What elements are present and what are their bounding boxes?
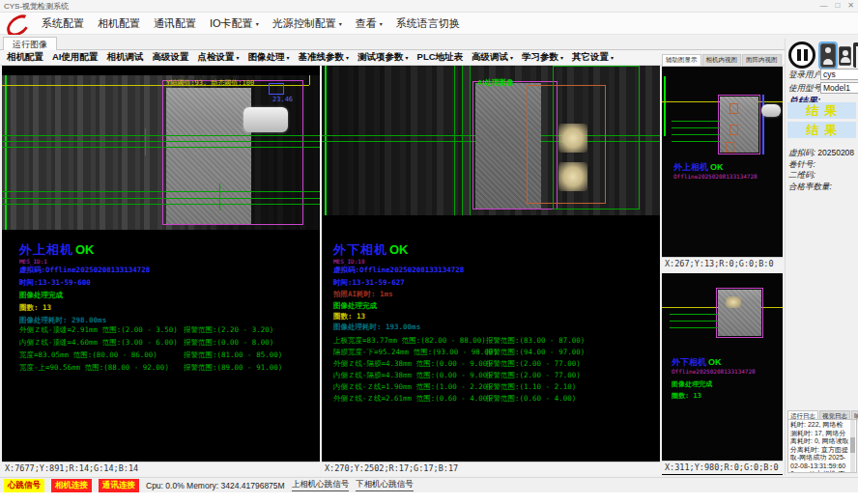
result-ok: OK	[710, 162, 724, 172]
maximize-icon[interactable]: □	[835, 1, 840, 11]
tool-label: 学习参数	[522, 51, 558, 64]
window-controls: — □ ✕	[819, 1, 854, 11]
measure-line	[2, 204, 320, 205]
aux-top-camera-image[interactable]: 外上相机OK Offline20250208133134728	[662, 67, 783, 257]
alarm-range: 报警范围:(0.60 - 4.00)	[486, 393, 576, 405]
model-label: 使用型号:	[788, 83, 823, 93]
pass-count-row: 合格率数量:	[788, 182, 858, 193]
qr-label: 二维码:	[788, 170, 815, 180]
chevron-down-icon: ▾	[287, 54, 290, 61]
tab-camera-inner-view[interactable]: 相机内视图	[702, 54, 742, 66]
close-icon[interactable]: ✕	[847, 1, 854, 11]
chevron-down-icon: ▾	[339, 20, 342, 27]
tool-spot-check[interactable]: 点检设置▾	[198, 51, 240, 64]
menu-io-card-config[interactable]: IO卡配置▾	[203, 14, 266, 34]
chevron-down-icon: ▾	[256, 20, 259, 27]
tool-test-item-params[interactable]: 测试项参数▾	[358, 51, 409, 64]
aux-bottom-camera-image[interactable]: 外下相机OK Offline20250208133134728 图像处理完成 圈…	[662, 273, 783, 461]
alarm-range: 报警范围:(89.00 - 91.00)	[184, 361, 282, 374]
status-bar: 心跳信号 相机连接 通讯连接 Cpu: 0.0% Memory: 3424.41…	[0, 477, 858, 492]
scrollbar-thumb[interactable]	[850, 437, 855, 453]
measure-line	[145, 128, 146, 155]
tab-aux-display[interactable]: 辅助图显示	[662, 54, 701, 66]
center-camera-view[interactable]: AI处理图像 外下相机OK MES_ID:10 虚拟码:Offline20250…	[322, 66, 660, 462]
tool-image-processing[interactable]: 图像处理▾	[248, 51, 290, 64]
camera-result-title: 外下相机OK	[333, 241, 409, 259]
tool-label: 点检设置	[198, 51, 235, 64]
tab-area-inner-view[interactable]: 面阵内视图	[742, 54, 782, 66]
bright-feature	[558, 162, 587, 191]
tool-plc-address-table[interactable]: PLC地址表	[417, 51, 464, 64]
tool-camera-debug[interactable]: 相机调试	[107, 51, 144, 64]
process-done-line: 图像处理完成	[672, 379, 712, 389]
turns-line: 圈数: 13	[333, 312, 365, 322]
lower-camera-heartbeat-link[interactable]: 下相机心跳信号	[356, 479, 414, 491]
tool-advanced-settings[interactable]: 高级设置	[153, 51, 189, 64]
turns-line: 圈数: 13	[672, 391, 701, 401]
measurement-row: 外侧Ｚ线-隔膜=4.38mm 范围:(0.00 - 9.00)报警范围:(2.0…	[333, 357, 585, 369]
aux-bottom-pixel-coordinates: X:311;Y:980;R:0;G:0;B:0	[662, 461, 783, 474]
detect-line-blue	[762, 95, 764, 154]
process-done-line: 图像处理完成	[19, 291, 63, 300]
ai-elapsed-line: 拍照AI耗时: 1ms	[333, 290, 393, 299]
left-camera-view[interactable]: Y轴阈值:93, 动态阈值:100 23.46 外上相机OK MES_ID:1 …	[2, 66, 320, 462]
chevron-down-icon: ▾	[611, 54, 614, 61]
chevron-down-icon: ▾	[380, 20, 383, 27]
menu-label: 通讯配置	[154, 16, 196, 31]
tool-label: 基准线参数	[299, 51, 345, 64]
measure-line	[2, 191, 320, 192]
chevron-down-icon: ▾	[510, 54, 513, 61]
user-mode-button[interactable]	[839, 46, 851, 66]
logout-exit-button[interactable]	[853, 42, 858, 68]
measure-line	[2, 141, 320, 142]
bottom-spacer	[0, 492, 858, 504]
tool-label: 相机配置	[7, 51, 43, 64]
minimize-icon[interactable]: —	[819, 1, 827, 11]
barcode-label: 虚拟码:	[788, 148, 815, 157]
measurement-row: 内侧Ｚ线-顶缝=4.60mm 范围:(3.00 - 6.00)报警范围:(0.0…	[19, 335, 282, 348]
login-user-field[interactable]: cys	[820, 69, 858, 80]
tool-label: 其它设置	[572, 51, 609, 64]
result-indicator-lower: 结果	[787, 122, 856, 138]
chevron-down-icon: ▾	[237, 54, 240, 61]
window-title: CYS-视觉检测系统	[4, 1, 69, 12]
pause-button[interactable]	[788, 42, 815, 69]
title-bar: CYS-视觉检测系统 — □ ✕	[0, 0, 858, 13]
menu-system-config[interactable]: 系统配置	[35, 14, 91, 34]
heartbeat-status-badge: 心跳信号	[4, 479, 44, 492]
upper-camera-heartbeat-link[interactable]: 上相机心跳信号	[292, 479, 350, 491]
menu-view[interactable]: 查看▾	[349, 14, 389, 34]
measurement-row: 外侧Ｚ线-顶缝=2.91mm 范围:(2.00 - 3.50)报警范围:(2.2…	[19, 322, 282, 335]
measurement-value: 宽度-上=90.56mm 范围:(88.00 - 92.00)	[19, 361, 184, 374]
measurement-row: 宽度=83.05mm 范围:(80.00 - 86.00)报警范围:(81.00…	[19, 348, 282, 360]
model-field[interactable]: Model1	[820, 82, 858, 94]
tool-other-settings[interactable]: 其它设置▾	[572, 51, 614, 64]
menu-camera-config[interactable]: 相机配置	[91, 14, 147, 34]
model-row: 使用型号: Model1	[788, 83, 858, 95]
tool-camera-config[interactable]: 相机配置	[7, 51, 43, 64]
camera-name: 外下相机	[672, 357, 706, 367]
measure-line	[670, 321, 718, 322]
barcode-row: 虚拟码: 20250208	[788, 148, 858, 159]
tool-learning-params[interactable]: 学习参数▾	[522, 51, 563, 64]
aux-top-pixel-coordinates: X:267;Y:13;R:0;G:0;B:0	[662, 257, 783, 270]
camera-result-title: 外上相机OK	[19, 241, 95, 259]
menu-bar: 系统配置 相机配置 通讯配置 IO卡配置▾ 光源控制配置▾ 查看▾ 系统语言切换	[0, 13, 858, 35]
tool-baseline-params[interactable]: 基准线参数▾	[299, 51, 350, 64]
tab-run-image[interactable]: 运行图像	[3, 37, 57, 50]
tab-row: 运行图像	[0, 35, 858, 50]
menu-comm-config[interactable]: 通讯配置	[147, 14, 203, 34]
roi-threshold-label: Y轴阈值:93, 动态阈值:100	[166, 78, 254, 88]
barcode-line: 虚拟码:Offline20250208133134728	[19, 266, 150, 275]
menu-language-switch[interactable]: 系统语言切换	[389, 14, 467, 34]
process-done-line: 图像处理完成	[333, 301, 377, 311]
log-scrollbar[interactable]	[850, 420, 855, 472]
roi-box-magenta	[718, 95, 760, 154]
menu-light-control-config[interactable]: 光源控制配置▾	[266, 14, 349, 34]
cpu-memory-status: Cpu: 0.0% Memory: 3424.41796875M	[146, 481, 285, 490]
feature-box-orange	[726, 142, 734, 153]
tool-advanced-debug[interactable]: 高级调试▾	[472, 51, 513, 64]
log-text-area[interactable]: 耗时: 222, 网络检测耗时: 17, 网络分离耗时: 0, 网络读取分离耗时…	[787, 419, 857, 473]
user-mode-button-active[interactable]	[820, 43, 836, 68]
tool-ai-usage-config[interactable]: AI使用配置	[52, 51, 99, 64]
